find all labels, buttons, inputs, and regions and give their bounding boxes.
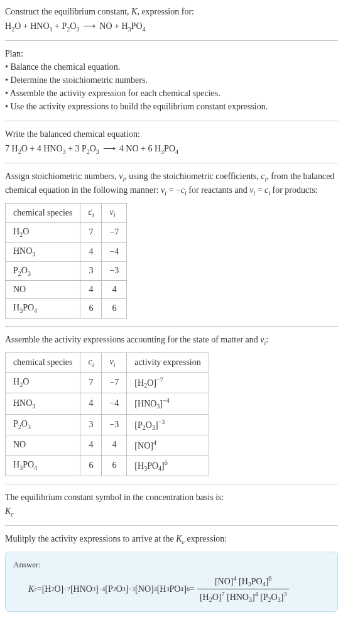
act: [NO] [134, 441, 153, 450]
sp: HNO [13, 398, 32, 408]
header-species: chemical species [6, 352, 80, 372]
cell-species: HNO3 [6, 393, 80, 414]
act: [P [134, 420, 142, 429]
header-species: chemical species [6, 204, 80, 223]
sp: O [21, 419, 28, 428]
coef: 7 [5, 144, 12, 153]
sub: i [114, 361, 116, 368]
text: = [255, 185, 264, 195]
act: O] [147, 378, 156, 387]
sp: O [23, 377, 29, 386]
cell-species: NO [6, 435, 80, 456]
stoich-table: chemical species ci νi H2O 7 −7 HNO3 4 −… [5, 203, 127, 319]
table-row: H3PO4 6 6 [6, 299, 127, 319]
sp: H [13, 377, 19, 386]
text: Assemble the activity expressions accoun… [5, 335, 260, 344]
eq-o: O [90, 144, 96, 153]
table-row: P2O3 3 −3 [6, 261, 127, 281]
denominator: [H2O]7 [HNO3]4 [P2O3]3 [197, 589, 289, 603]
sp: NO [13, 440, 26, 449]
cell-ci: 4 [80, 393, 102, 414]
cell-ci: 4 [80, 242, 102, 261]
cell-nui: 6 [102, 455, 127, 476]
plan-label: Plan: [5, 47, 338, 60]
sup: 4 [234, 575, 237, 582]
sub: 3 [28, 270, 31, 276]
table-row: H2O 7 −7 [H2O]−7 [6, 372, 209, 393]
kc-sub: c [11, 511, 13, 518]
cell-ci: 7 [80, 222, 102, 242]
act: [H [134, 461, 144, 470]
sp: H [13, 227, 19, 236]
term: [HNO [227, 592, 249, 602]
header-ci: ci [80, 352, 102, 372]
divider [5, 326, 338, 327]
eq-h2o: H [5, 21, 11, 31]
eq-sub: 4 [143, 26, 146, 33]
title-part2: , expression for: [137, 7, 194, 16]
cell-activity: [NO]4 [127, 435, 209, 456]
sp: H [13, 460, 19, 469]
table-row: HNO3 4 −4 [6, 242, 127, 261]
plan-section: Plan: • Balance the chemical equation. •… [5, 47, 338, 113]
eq-plus: + [53, 21, 62, 31]
cell-species: NO [6, 281, 80, 299]
stoich-section: Assign stoichiometric numbers, νi, using… [5, 170, 338, 319]
eq-plus: + [28, 144, 37, 153]
eq-hno3: HNO [30, 21, 49, 31]
plan-item: • Determine the stoichiometric numbers. [5, 74, 338, 87]
cell-species: P2O3 [6, 261, 80, 281]
cell-ci: 6 [80, 455, 102, 476]
sp: PO [23, 460, 34, 469]
symbol-text: The equilibrium constant symbol in the c… [5, 491, 338, 504]
cell-nui: −4 [102, 393, 127, 414]
sub: 4 [34, 307, 37, 314]
term: [P [260, 592, 268, 602]
text: for reactants and [187, 185, 249, 195]
term: PO [169, 584, 180, 594]
cell-ci: 3 [80, 261, 102, 281]
term: PO [251, 576, 263, 586]
fraction: [NO]4 [H3PO4]6 [H2O]7 [HNO3]4 [P2O3]3 [197, 575, 289, 604]
sp: P [13, 266, 18, 275]
table-row: NO 4 4 [6, 281, 127, 299]
eq-plus: + [139, 144, 148, 153]
arrow-icon: ⟶ [79, 21, 99, 31]
title-section: Construct the equilibrium constant, K, e… [5, 5, 338, 33]
sub: 3 [32, 402, 35, 409]
cell-ci: 7 [80, 372, 102, 393]
text: Assign stoichiometric numbers, [5, 172, 119, 181]
eq-plus: + [112, 21, 122, 31]
cell-species: H3PO4 [6, 299, 80, 319]
text: for products: [270, 185, 317, 195]
term: [HNO [70, 584, 92, 594]
table-row: P2O3 3 −3 [P2O3]−3 [6, 414, 209, 435]
cell-nui: 6 [102, 299, 127, 319]
table-header-row: chemical species ci νi activity expressi… [6, 352, 209, 372]
sp: O [23, 227, 29, 236]
balanced-label: Write the balanced chemical equation: [5, 128, 338, 141]
cell-species: HNO3 [6, 242, 80, 261]
sp: H [13, 303, 19, 312]
answer-label: Answer: [13, 560, 330, 570]
cell-activity: [P2O3]−3 [127, 414, 209, 435]
sp: PO [23, 303, 34, 312]
assemble-text: Assemble the activity expressions accoun… [5, 333, 338, 347]
act: [HNO [134, 399, 156, 408]
sub: i [92, 212, 94, 219]
eq-h: H [155, 144, 161, 153]
act: [H [134, 378, 144, 387]
coef: 4 [37, 144, 44, 153]
title-K: K [131, 7, 137, 16]
divider [5, 40, 338, 41]
term: O] [54, 584, 63, 594]
coef: 4 [119, 144, 126, 153]
cell-species: P2O3 [6, 414, 80, 435]
arrow-icon: ⟶ [99, 144, 119, 153]
cell-species: H3PO4 [6, 455, 80, 476]
eq: = [190, 584, 195, 594]
kc-symbol: Kc [5, 506, 338, 518]
cell-species: H2O [6, 372, 80, 393]
eq-hno3: HNO [43, 144, 62, 153]
stoich-text: Assign stoichiometric numbers, νi, using… [5, 170, 338, 199]
